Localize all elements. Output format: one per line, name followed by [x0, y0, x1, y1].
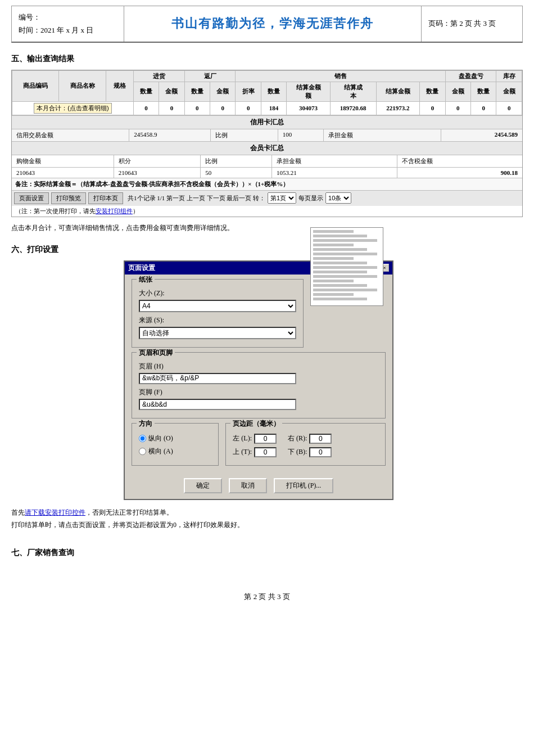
dialog-cancel-btn[interactable]: 取消 [229, 478, 267, 493]
per-page-selector[interactable]: 10条 [325, 192, 351, 204]
col-inv-qty: 数量 [420, 82, 445, 101]
footer-input[interactable] [139, 399, 296, 410]
credit-card-section: 信用卡汇总 信用交易金额 245458.9 比例 100 承担金额 2454.5… [12, 115, 522, 141]
preview-line [313, 230, 354, 233]
member-bear-value: 1053.21 [272, 168, 397, 178]
preview-image [310, 227, 383, 306]
credit-ratio-label: 比例 [211, 129, 278, 141]
paper-group-title: 纸张 [137, 275, 155, 285]
paper-source-select[interactable]: 自动选择 [139, 327, 296, 339]
col-sales: 销售 [236, 70, 445, 82]
member-notax-label: 不含税金额 [397, 155, 522, 167]
preview-line [313, 271, 367, 273]
main-content: 五、输出查询结果 商品编码 商品名称 规格 进货 返厂 销售 盘盈盘亏 库存 数… [11, 54, 523, 558]
col-spec: 规格 [106, 70, 133, 101]
left-margin-input[interactable] [254, 434, 277, 444]
per-page-label: 每页显示 [298, 194, 323, 202]
page-selector[interactable]: 第1页 [268, 192, 296, 204]
query-table: 商品编码 商品名称 规格 进货 返厂 销售 盘盈盘亏 库存 数量 金额 数量 金… [12, 70, 522, 115]
dialog-ok-btn[interactable]: 确定 [184, 478, 222, 493]
paper-source-row: 自动选择 [139, 327, 296, 339]
col-pur-qty: 数量 [133, 82, 159, 101]
total-settle-cost: 189720.68 [330, 101, 376, 115]
preview-line [313, 289, 377, 291]
download-link[interactable]: 请下载安装打印控件 [25, 508, 85, 516]
page-footer-text: 第 2 页 共 3 页 [244, 592, 289, 601]
paper-source-label: 来源 (S): [139, 316, 296, 325]
preview-line [313, 239, 377, 242]
header-left: 编号： 时间：2021 年 x 月 x 日 [12, 6, 124, 42]
total-ret-amt: 0 [210, 101, 236, 115]
total-stk-amt: 0 [496, 101, 522, 115]
page-setup-btn[interactable]: 页面设置 [14, 192, 49, 204]
total-ret-qty: 0 [184, 101, 210, 115]
credit-card-title: 信用卡汇总 [12, 116, 522, 129]
print-preview-btn[interactable]: 打印预览 [51, 192, 86, 204]
credit-ratio-value: 100 [278, 129, 324, 141]
direction-group: 方向 纵向 (O) 横向 (A) [132, 423, 219, 466]
header-title: 书山有路勤为径，学海无涯苦作舟 [171, 15, 374, 32]
member-points-label: 积分 [114, 155, 201, 167]
toolbar-row: 页面设置 打印预览 打印本页 共1个记录 1/1 第一页 上一页 下一页 最后一… [12, 190, 522, 206]
col-stk-qty: 数量 [471, 82, 496, 101]
preview-line [313, 275, 377, 278]
inline-note: （注：第一次使用打印，请先安装打印组件） [12, 206, 522, 217]
preview-line [313, 248, 367, 251]
print-preview-box [310, 284, 386, 352]
bottom-margin-input[interactable] [309, 447, 332, 457]
col-product-code: 商品编码 [12, 70, 59, 101]
section5-title: 五、输出查询结果 [11, 54, 523, 64]
direction-group-title: 方向 [137, 419, 155, 429]
section7: 七、厂家销售查询 [11, 548, 523, 558]
header-footer-group: 页眉和页脚 页眉 (H) 页脚 (F) [132, 352, 386, 418]
col-product-name: 商品名称 [59, 70, 106, 101]
total-sal-qty: 184 [261, 101, 286, 115]
preview-line [313, 262, 367, 264]
member-points-value: 210643 [114, 168, 201, 178]
col-purchase: 进货 [133, 70, 184, 82]
header-input[interactable] [139, 373, 296, 384]
col-sal-discount: 折率 [236, 82, 261, 101]
col-ret-amt: 金额 [210, 82, 236, 101]
landscape-radio[interactable] [139, 448, 146, 455]
col-stk-amt: 金额 [496, 82, 522, 101]
margins-left-col: 左 (L): 上 (T): [233, 434, 277, 461]
page-header: 编号： 时间：2021 年 x 月 x 日 书山有路勤为径，学海无涯苦作舟 页码… [11, 6, 523, 43]
landscape-row: 横向 (A) [139, 447, 211, 456]
direction-margins-container: 方向 纵向 (O) 横向 (A) 页边距（毫米） [132, 423, 386, 470]
top-label: 上 (T): [233, 447, 252, 457]
bottom-label: 下 (B): [288, 447, 307, 457]
dialog-printer-btn[interactable]: 打印机 (P)... [274, 478, 334, 493]
total-pur-qty: 0 [133, 101, 159, 115]
total-label[interactable]: 本月合计：(点击查看明细) [12, 101, 134, 115]
bottom-margin-row: 下 (B): [288, 447, 332, 457]
install-component-link[interactable]: 安装打印组件 [96, 208, 133, 214]
portrait-radio[interactable] [139, 435, 146, 442]
header-center: 书山有路勤为径，学海无涯苦作舟 [124, 6, 421, 42]
paper-size-select[interactable]: A4 [139, 300, 296, 312]
section6-note2: 打印结算单时，请点击页面设置，并将页边距都设置为0，这样打印效果最好。 [11, 519, 523, 532]
member-card-section: 会员卡汇总 购物金额 积分 比例 承担金额 不含税金额 210643 21064… [12, 141, 522, 178]
section6-title: 六、打印设置 [11, 245, 523, 255]
print-btn[interactable]: 打印本页 [88, 192, 123, 204]
col-inv-amt: 金额 [445, 82, 470, 101]
header-page-info: 页码：第 2 页 共 3 页 [428, 19, 496, 29]
print-dialog-backdrop: 页面设置 ? × 纸张 大小 (Z): [11, 260, 523, 500]
monthly-total-btn[interactable]: 本月合计：(点击查看明细) [34, 103, 111, 114]
top-margin-input[interactable] [254, 447, 277, 457]
dialog-body: 纸张 大小 (Z): A4 来源 (S): 自动选 [125, 274, 392, 475]
left-margin-row: 左 (L): [233, 434, 277, 444]
col-sal-settle-amt: 结算金额额 [287, 82, 331, 101]
right-margin-input[interactable] [309, 434, 332, 444]
margins-right-col: 右 (R): 下 (B): [288, 434, 332, 461]
portrait-label: 纵向 (O) [148, 434, 173, 443]
header-number: 编号： [19, 11, 117, 24]
header-input-row [139, 373, 378, 384]
total-settle-total: 221973.2 [376, 101, 420, 115]
preview-line [313, 280, 354, 282]
paper-size-row: A4 [139, 300, 296, 312]
col-sal-qty: 数量 [261, 82, 286, 101]
preview-line [313, 298, 367, 300]
right-label: 右 (R): [288, 434, 307, 443]
preview-line [313, 244, 354, 246]
